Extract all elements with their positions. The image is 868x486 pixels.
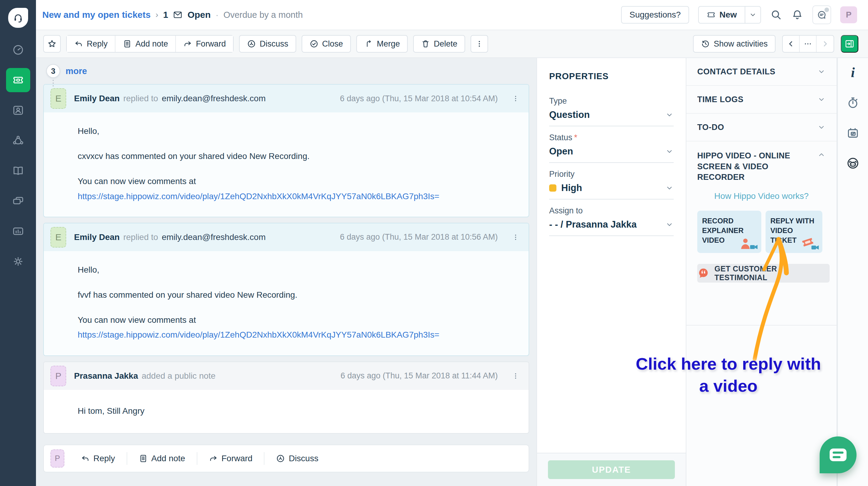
properties-panel: PROPERTIES Type Question Status* Open Pr… [536,58,686,486]
suggestions-button[interactable]: Suggestions? [621,6,689,24]
ticket-id: 1 [163,10,168,20]
ticket-pager [782,35,834,53]
add-note-icon [139,454,148,463]
notifications-bell-icon[interactable] [791,9,803,21]
sidebar-item-contacts[interactable] [6,98,30,122]
info-icon[interactable]: i [846,66,860,79]
reply-button[interactable]: Reply [67,36,116,52]
more-actions-button[interactable] [471,35,488,53]
toolbar-right: Show activities [693,35,858,53]
type-label: Type [549,96,674,106]
message-header[interactable]: P Prasanna Jakka added a public note 6 d… [44,362,529,390]
sidebar-item-forums[interactable] [6,189,30,213]
type-select[interactable]: Question [549,110,674,126]
assign-select[interactable]: - - / Prasanna Jakka [549,219,674,236]
reply-video-ticket-icon [801,237,820,250]
composer-add-note-button[interactable]: Add note [127,452,197,465]
composer-reply-button[interactable]: Reply [69,452,127,465]
annotation-text: Click here to reply with a video [623,353,834,397]
timer-icon[interactable] [846,96,860,110]
show-more-link[interactable]: more [66,66,87,76]
priority-field: Priority High [549,170,674,200]
new-ticket-dropdown[interactable] [745,6,761,24]
message-action: replied to [123,94,158,103]
next-ticket-button[interactable] [817,36,834,52]
star-button[interactable] [43,35,61,53]
hippo-video-icon[interactable] [846,157,860,170]
record-explainer-video-card[interactable]: RECORD EXPLAINER VIDEO [697,211,761,253]
hippo-how-it-works-link[interactable]: How Hippo Video works? [697,191,826,201]
avatar: P [51,366,66,386]
freshconnect-button[interactable] [812,5,831,24]
sidebar-item-tickets[interactable] [6,68,30,92]
chat-widget-button[interactable] [819,436,857,473]
reply-with-video-ticket-card[interactable]: REPLY WITH VIDEO TICKET [766,211,823,253]
merge-button[interactable]: Merge [356,35,408,53]
search-icon[interactable] [770,9,782,21]
time-logs-accordion[interactable]: TIME LOGS [686,86,837,114]
new-ticket-button[interactable]: New [698,6,745,24]
show-activities-button[interactable]: Show activities [693,35,776,53]
add-note-label: Add note [135,39,168,49]
message-body: Hello, fvvf has commented on your shared… [44,251,529,356]
add-note-button[interactable]: Add note [116,36,176,52]
breadcrumb-filter-link[interactable]: New and my open tickets [42,10,151,20]
update-button[interactable]: UPDATE [548,460,675,479]
contact-details-label: CONTACT DETAILS [697,67,775,77]
chat-widget-icon [830,449,846,461]
message-author: Prasanna Jakka [74,371,138,381]
chevron-down-icon [665,147,674,156]
delete-button[interactable]: Delete [413,35,465,53]
message-timestamp: 6 days ago (Thu, 15 Mar 2018 at 10:54 AM… [340,94,498,103]
forward-button[interactable]: Forward [176,36,233,52]
message-timestamp: 6 days ago (Thu, 15 Mar 2018 at 11:44 AM… [341,371,498,381]
prev-ticket-button[interactable] [783,36,800,52]
composer-reply-label: Reply [93,454,115,463]
close-label: Close [322,39,343,49]
priority-select[interactable]: High [549,183,674,200]
message-target-email: emily.dean@freshdesk.com [162,233,266,242]
sidebar-item-analytics[interactable] [6,219,30,243]
discuss-icon [247,39,256,48]
todo-calendar-icon[interactable] [846,126,860,140]
analytics-icon [12,225,24,237]
composer-discuss-button[interactable]: Discuss [265,452,330,465]
history-icon [701,39,710,48]
hippo-video-accordion[interactable]: HIPPO VIDEO - ONLINE SCREEN & VIDEO RECO… [697,151,826,183]
todo-accordion[interactable]: TO-DO [686,114,837,142]
message-kebab-icon[interactable] [512,232,520,242]
pager-ellipsis-button[interactable] [800,36,817,52]
tickets-icon [12,74,24,86]
message-header[interactable]: E Emily Dean replied to emily.dean@fresh… [44,85,529,113]
message-header[interactable]: E Emily Dean replied to emily.dean@fresh… [44,223,529,251]
sidebar-item-community[interactable] [6,128,30,153]
collapsed-messages-row: 3 more [43,58,529,84]
chevron-down-icon [749,11,757,19]
get-customer-testimonial-button[interactable]: GET CUSTOMER TESTIMONIAL [697,264,830,282]
video-link[interactable]: https://stage.hippowiz.com/video/play/1Z… [78,329,439,341]
status-select[interactable]: Open [549,146,674,163]
collapse-panel-button[interactable] [841,35,858,53]
user-avatar[interactable]: P [840,6,857,23]
video-link[interactable]: https://stage.hippowiz.com/video/play/1Z… [78,190,439,202]
sidebar-item-dashboard[interactable] [6,38,30,62]
message-kebab-icon[interactable] [512,371,520,381]
close-button[interactable]: Close [302,35,351,53]
top-header: New and my open tickets › 1 Open · Overd… [36,0,868,30]
meta-separator: · [216,10,218,20]
message-kebab-icon[interactable] [512,93,520,104]
composer-forward-button[interactable]: Forward [197,452,265,465]
headset-icon [12,12,24,24]
type-field: Type Question [549,96,674,126]
discuss-button[interactable]: Discuss [239,35,296,53]
sidebar-item-settings[interactable] [6,249,30,274]
note-card: P Prasanna Jakka added a public note 6 d… [43,362,529,434]
priority-value: High [549,183,582,193]
star-icon [47,39,57,49]
annotation-line-2: a video [623,375,834,397]
collapsed-count-pill[interactable]: 3 [46,64,60,78]
sidebar-item-solutions[interactable] [6,159,30,183]
freshdesk-logo[interactable] [8,8,28,28]
message-meta: Prasanna Jakka added a public note [74,371,333,381]
contact-details-accordion[interactable]: CONTACT DETAILS [686,58,837,86]
